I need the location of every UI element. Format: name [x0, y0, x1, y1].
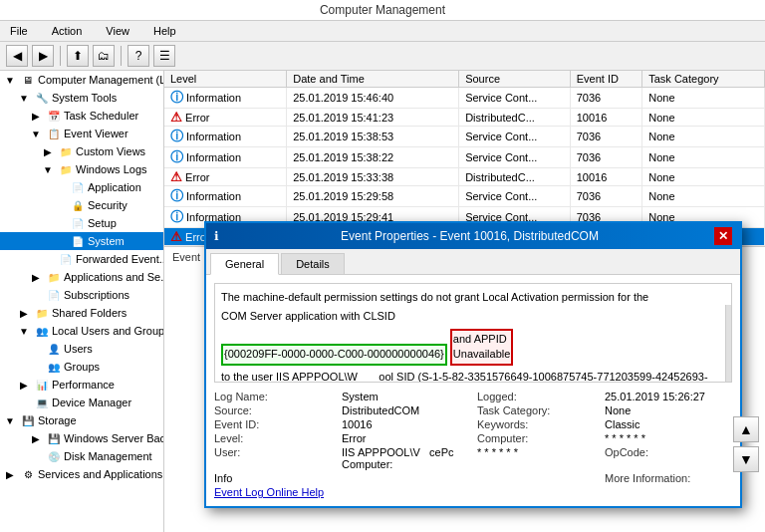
opcode-label: OpCode:	[605, 446, 732, 470]
event-id-label: Event ID:	[214, 418, 334, 430]
logged-label: Logged:	[477, 391, 597, 402]
user-value: IIS APPPOOL\V cePc Computer:	[342, 446, 469, 470]
msg-text-3: to the user IIS APPPOOL\W ool SID (S-1-5…	[221, 370, 725, 383]
source-value: DistributedCOM	[342, 404, 469, 416]
modal-titlebar: ℹ Event Properties - Event 10016, Distri…	[206, 223, 740, 249]
source-label: Source:	[214, 404, 334, 416]
tab-details[interactable]: Details	[281, 253, 345, 274]
message-scrollbar[interactable]	[725, 305, 732, 383]
level-label: Level:	[214, 432, 334, 444]
more-info-label: More Information:	[605, 472, 732, 484]
event-properties-dialog: ℹ Event Properties - Event 10016, Distri…	[204, 221, 742, 508]
modal-close-button[interactable]: ✕	[714, 227, 732, 245]
user-label: User:	[214, 446, 334, 470]
opcode-value: Info	[214, 472, 334, 484]
event-log-help-link[interactable]: Event Log Online Help	[214, 486, 334, 498]
user-suffix: cePc	[429, 446, 453, 458]
log-details-grid: Log Name: System Logged: 25.01.2019 15:2…	[214, 391, 732, 498]
scroll-down-button[interactable]: ▼	[733, 446, 759, 472]
msg-text-1: The machine-default permission settings …	[221, 290, 725, 305]
modal-title: Event Properties - Event 10016, Distribu…	[341, 229, 599, 243]
modal-tabs: General Details	[206, 249, 740, 275]
modal-overlay: ℹ Event Properties - Event 10016, Distri…	[0, 0, 765, 532]
modal-body: The machine-default permission settings …	[206, 275, 740, 506]
keywords-label: Keywords:	[477, 418, 597, 430]
task-cat-value: None	[605, 404, 732, 416]
tab-general[interactable]: General	[210, 253, 279, 275]
logged-value: 25.01.2019 15:26:27	[605, 391, 732, 402]
log-name-label: Log Name:	[214, 391, 334, 402]
scroll-up-button[interactable]: ▲	[733, 416, 759, 442]
task-cat-label: Task Category:	[477, 404, 597, 416]
scroll-arrows: ▲ ▼	[733, 416, 759, 472]
keywords-value: Classic	[605, 418, 732, 430]
modal-icon: ℹ	[214, 229, 219, 243]
computer-stars: * * * * * *	[477, 446, 597, 470]
msg-text-2: COM Server application with CLSID	[221, 309, 725, 324]
event-message-box[interactable]: The machine-default permission settings …	[214, 283, 732, 383]
log-name-value: System	[342, 391, 469, 402]
computer-value: * * * * * *	[605, 432, 732, 444]
level-value: Error	[342, 432, 469, 444]
clsid-highlight: {000209FF-0000-0000-C000-000000000046}	[221, 344, 447, 365]
appid-highlight: and APPIDUnavailable	[450, 329, 513, 366]
computer-label: Computer:	[477, 432, 597, 444]
event-id-value: 10016	[342, 418, 469, 430]
